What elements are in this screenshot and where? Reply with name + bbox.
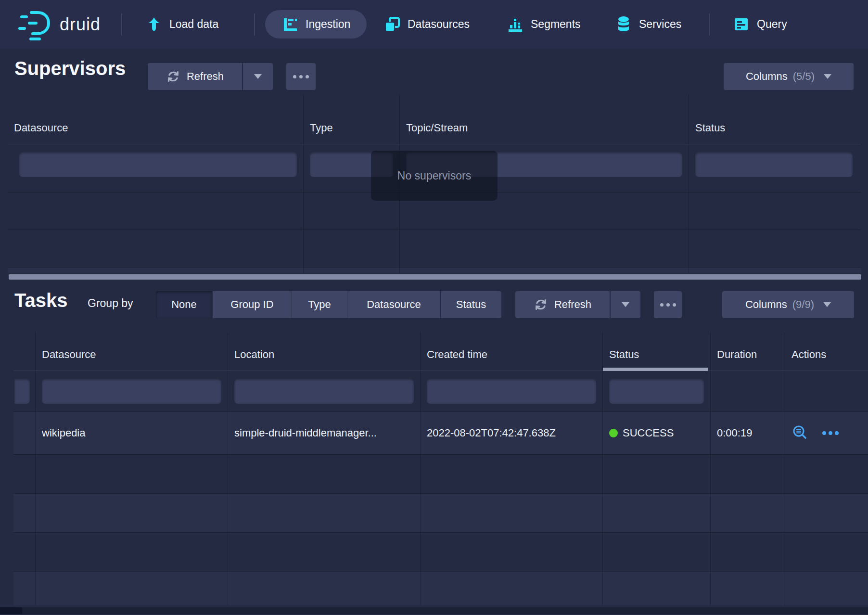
supervisors-table: Datasource Type Topic/Stream Status No s… <box>8 94 861 273</box>
druid-logo-icon <box>18 6 53 43</box>
task-duration-cell: 0:00:19 <box>711 412 785 454</box>
status-success-dot-icon <box>609 429 618 437</box>
chevron-down-icon <box>823 302 831 307</box>
supervisors-header-row: Datasource Type Topic/Stream Status <box>8 94 861 144</box>
nav-item-ingestion[interactable]: Ingestion <box>265 10 367 38</box>
tasks-refresh-button[interactable]: Refresh <box>515 291 610 318</box>
nav-item-load-data[interactable]: Load data <box>145 0 218 49</box>
column-header-type[interactable]: Type <box>304 94 400 144</box>
tasks-refresh-group: Refresh <box>515 291 640 318</box>
status-filter-input[interactable] <box>695 152 853 177</box>
nav-divider <box>121 13 122 36</box>
refresh-label: Refresh <box>187 70 224 83</box>
nav-divider <box>709 13 710 36</box>
status-text: SUCCESS <box>623 427 674 439</box>
tasks-more-button[interactable] <box>654 291 682 318</box>
columns-count: (9/9) <box>792 298 814 311</box>
tasks-horizontal-scrollbar-thumb[interactable] <box>0 607 22 614</box>
services-icon <box>615 15 632 34</box>
supervisors-more-button[interactable] <box>286 63 316 90</box>
tasks-columns-button[interactable]: Columns (9/9) <box>722 291 854 318</box>
task-created-time-cell: 2022-08-02T07:42:47.638Z <box>421 412 603 454</box>
chevron-down-icon <box>824 74 831 79</box>
column-header-actions[interactable]: Actions <box>785 332 868 371</box>
column-header-topic-stream[interactable]: Topic/Stream <box>400 94 689 144</box>
location-filter-input[interactable] <box>234 379 414 404</box>
supervisors-refresh-button[interactable]: Refresh <box>148 63 242 90</box>
query-icon <box>733 16 750 33</box>
table-row <box>13 571 868 605</box>
group-by-type-button[interactable]: Type <box>292 291 347 318</box>
tasks-filter-row <box>13 371 868 411</box>
druid-logo[interactable]: druid <box>18 0 101 49</box>
supervisors-refresh-interval-button[interactable] <box>243 63 273 90</box>
status-filter-input[interactable] <box>609 379 704 404</box>
columns-count: (5/5) <box>793 70 815 83</box>
nav-divider <box>254 13 255 36</box>
no-supervisors-overlay: No supervisors <box>371 151 498 201</box>
columns-label: Columns <box>746 70 788 83</box>
nav-item-datasources[interactable]: Datasources <box>383 0 470 49</box>
tasks-refresh-interval-button[interactable] <box>611 291 640 318</box>
column-header-status-sorted[interactable]: Status <box>603 332 711 371</box>
nav-item-services[interactable]: Services <box>615 0 681 49</box>
column-header-task-id[interactable] <box>13 332 36 371</box>
supervisors-refresh-group: Refresh <box>148 63 273 90</box>
task-status-cell: SUCCESS <box>603 412 711 454</box>
table-row <box>13 454 868 493</box>
column-header-datasource[interactable]: Datasource <box>8 94 304 144</box>
nav-item-label: Load data <box>169 18 218 31</box>
task-datasource-cell: wikipedia <box>36 412 228 454</box>
group-by-status-button[interactable]: Status <box>441 291 501 318</box>
created-time-filter-input[interactable] <box>427 379 596 404</box>
segments-icon <box>507 16 524 33</box>
task-row-wikipedia[interactable]: wikipedia simple-druid-middlemanager... … <box>13 411 868 454</box>
sort-indicator <box>603 368 708 371</box>
table-row <box>8 267 861 273</box>
group-by-datasource-button[interactable]: Datasource <box>347 291 440 318</box>
load-data-icon <box>145 16 163 33</box>
more-icon <box>293 75 309 78</box>
task-actions-more-icon[interactable] <box>822 431 839 435</box>
chevron-down-icon <box>254 74 262 79</box>
top-nav: druid Load data Ingestio <box>0 0 868 49</box>
task-location-cell: simple-druid-middlemanager... <box>228 412 421 454</box>
group-by-label: Group by <box>88 297 133 310</box>
table-row <box>8 230 861 267</box>
nav-item-label: Segments <box>531 18 581 31</box>
nav-item-label: Services <box>639 18 681 31</box>
empty-message: No supervisors <box>397 169 471 182</box>
more-icon <box>660 303 676 307</box>
group-by-none-button[interactable]: None <box>156 291 212 318</box>
refresh-icon <box>534 297 548 312</box>
supervisors-columns-button[interactable]: Columns (5/5) <box>724 63 854 90</box>
column-header-created-time[interactable]: Created time <box>421 332 603 371</box>
column-header-status[interactable]: Status <box>689 94 861 144</box>
group-by-segmented-control: None Group ID Type Datasource Status <box>156 291 501 318</box>
column-header-datasource[interactable]: Datasource <box>36 332 228 371</box>
task-id-filter-input[interactable] <box>14 379 30 404</box>
refresh-label: Refresh <box>554 298 591 311</box>
nav-item-label: Datasources <box>408 18 470 31</box>
druid-console: druid Load data Ingestio <box>0 0 868 615</box>
datasource-filter-input[interactable] <box>19 152 297 177</box>
brand-name: druid <box>60 14 101 35</box>
chevron-down-icon <box>622 302 629 307</box>
datasources-icon <box>383 16 401 33</box>
tasks-horizontal-scrollbar-track[interactable] <box>0 607 868 614</box>
table-row <box>13 493 868 532</box>
nav-item-label: Ingestion <box>306 18 350 31</box>
column-header-duration[interactable]: Duration <box>711 332 785 371</box>
horizontal-scrollbar[interactable] <box>9 274 861 280</box>
group-by-group-id-button[interactable]: Group ID <box>213 291 292 318</box>
supervisors-title: Supervisors <box>14 58 126 79</box>
task-details-magnifier-icon[interactable] <box>791 424 809 442</box>
refresh-icon <box>166 69 180 84</box>
column-header-location[interactable]: Location <box>228 332 421 371</box>
datasource-filter-input[interactable] <box>42 379 221 404</box>
tasks-table: Datasource Location Created time Status … <box>13 332 868 605</box>
nav-item-query[interactable]: Query <box>733 0 787 49</box>
nav-item-segments[interactable]: Segments <box>507 0 581 49</box>
tasks-title: Tasks <box>14 290 67 311</box>
table-row <box>13 532 868 571</box>
